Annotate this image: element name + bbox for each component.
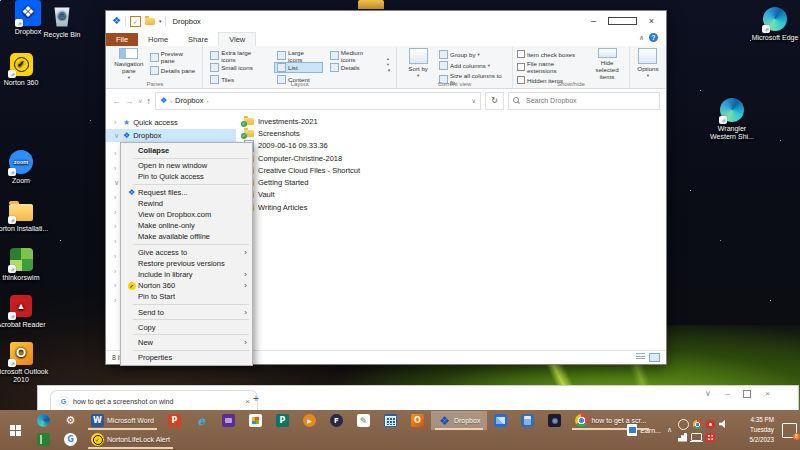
context-menu-item[interactable]: Make online-only — [121, 220, 252, 231]
recent-locations-icon[interactable]: ∨ — [138, 97, 142, 104]
taskbar-button[interactable] — [242, 411, 269, 430]
taskbar-button[interactable] — [404, 411, 431, 430]
tray-icon[interactable] — [719, 420, 728, 429]
taskbar-button[interactable] — [541, 411, 568, 430]
context-menu-item[interactable]: Include in library › — [121, 269, 252, 280]
breadcrumb-item[interactable]: Dropbox — [175, 96, 203, 105]
tree-expander-icon[interactable]: ∨ — [114, 179, 119, 194]
hide-selected-items-button[interactable]: Hide selected items — [589, 48, 625, 80]
nav-item-dropbox[interactable]: ∨ ❖ Dropbox — [106, 129, 236, 142]
taskbar-button[interactable] — [30, 430, 57, 449]
desktop-icon[interactable]: Microsoft Edge — [747, 6, 800, 42]
desktop-icon[interactable]: Norton Installati... — [0, 197, 49, 233]
browser-maximize-button[interactable] — [743, 390, 751, 398]
context-menu-item[interactable]: New › — [121, 337, 252, 348]
desktop-icon[interactable]: thinkorswim — [0, 246, 49, 282]
maximize-button[interactable] — [608, 11, 637, 31]
layout-option[interactable]: Details — [327, 62, 382, 73]
show-hide-checkbox[interactable]: File name extensions — [517, 60, 585, 74]
taskbar-clock[interactable]: 4:35 PM Tuesday 5/2/2023 — [734, 415, 774, 444]
tree-expander-icon[interactable]: › — [114, 150, 119, 165]
nav-item-quick-access[interactable]: › ★ Quick access — [106, 116, 236, 129]
file-item[interactable]: Screenshots — [244, 127, 666, 139]
taskbar-button[interactable] — [269, 411, 296, 430]
current-view-button[interactable]: Add columns ▾ — [439, 61, 508, 70]
taskbar-button[interactable]: Microsoft Word — [84, 411, 161, 430]
back-button[interactable]: ← — [112, 96, 121, 106]
minimize-button[interactable]: – — [579, 11, 608, 31]
taskbar-button[interactable]: how to get a scr... — [568, 411, 653, 430]
file-item[interactable]: Vault — [244, 189, 666, 201]
checkbox-icon[interactable] — [517, 63, 525, 71]
sort-by-button[interactable]: Sort by ▾ — [401, 48, 435, 80]
navigation-pane-button[interactable]: Navigation pane ▾ — [112, 48, 146, 80]
context-menu-item[interactable]: Collapse — [121, 145, 252, 156]
tray-icon[interactable] — [706, 433, 715, 442]
context-menu-item[interactable]: Properties — [121, 352, 252, 363]
layout-option[interactable]: Small icons — [207, 62, 270, 73]
options-button[interactable]: Options ▾ — [634, 48, 662, 80]
preview-pane-button[interactable]: Preview pane — [150, 50, 198, 64]
file-item[interactable]: Computer-Christine-2018 — [244, 152, 666, 164]
taskbar-button[interactable] — [30, 411, 57, 430]
taskbar-button[interactable] — [161, 411, 188, 430]
tree-expander-icon[interactable]: › — [114, 268, 119, 283]
layout-scroll-arrows[interactable]: ▴▾▼ — [386, 48, 392, 80]
taskbar-button[interactable] — [350, 411, 377, 430]
properties-qat-icon[interactable]: ✓ — [130, 16, 141, 27]
taskbar-button[interactable] — [514, 411, 541, 430]
context-menu-item[interactable]: Request files... — [121, 187, 252, 198]
taskbar-button[interactable] — [57, 430, 84, 449]
tree-expander-icon[interactable]: › — [114, 282, 119, 297]
thumbnail-view-toggle-icon[interactable] — [649, 353, 660, 362]
file-item[interactable]: Investments-2021 — [244, 115, 666, 127]
layout-option[interactable]: List — [274, 62, 323, 73]
browser-window[interactable]: G how to get a screenshot on wind × + ∨ … — [37, 385, 799, 411]
file-item[interactable]: Creative Cloud Files - Shortcut — [244, 164, 666, 176]
file-item[interactable]: Getting Started — [244, 176, 666, 188]
qat-dropdown-icon[interactable]: ▾ — [159, 18, 162, 24]
context-menu-item[interactable]: Copy — [121, 322, 252, 333]
context-menu-item[interactable]: Send to › — [121, 306, 252, 317]
browser-close-button[interactable]: × — [765, 389, 770, 398]
taskbar-button[interactable] — [57, 411, 84, 430]
breadcrumb[interactable]: ❖ › Dropbox › ∨ — [155, 92, 481, 110]
desktop-icon[interactable]: Zoom — [0, 149, 49, 185]
tray-icon[interactable] — [678, 419, 689, 430]
tree-expander-icon[interactable]: › — [114, 297, 119, 312]
tree-expander-icon[interactable]: › — [114, 253, 119, 268]
context-menu-item[interactable]: Restore previous versions — [121, 258, 252, 269]
taskbar-button[interactable]: Dropbox — [431, 411, 487, 430]
layout-option[interactable]: Extra large icons — [207, 50, 270, 61]
context-menu-item[interactable]: Open in new window — [121, 160, 252, 171]
tray-icon[interactable] — [693, 420, 702, 429]
tray-icon[interactable] — [678, 433, 687, 442]
ribbon-tab[interactable]: Share — [178, 33, 218, 46]
tree-expander-icon[interactable]: › — [114, 223, 119, 238]
desktop-icon[interactable]: Dropbox — [0, 0, 56, 36]
action-center-button[interactable]: 8 — [782, 423, 797, 438]
taskbar-button[interactable]: NortonLifeLock Alert — [84, 430, 177, 449]
browser-minimize-button[interactable]: – — [725, 389, 729, 398]
taskbar-button[interactable] — [323, 411, 350, 430]
address-dropdown-icon[interactable]: ∨ — [472, 97, 476, 104]
tree-expander-icon[interactable]: › — [114, 194, 119, 209]
details-view-toggle-icon[interactable] — [636, 353, 645, 360]
desktop-icon[interactable]: Microsoft Outlook 2010 — [0, 340, 49, 384]
up-button[interactable]: ↑ — [146, 96, 151, 106]
show-hidden-icons-chevron[interactable]: ∧ — [667, 426, 672, 434]
ribbon-tab[interactable]: Home — [138, 33, 178, 46]
help-icon[interactable]: ? — [649, 33, 658, 42]
tray-icon[interactable] — [691, 433, 702, 441]
search-input[interactable] — [524, 96, 655, 105]
desktop-icon[interactable]: Wrangler Western Shi... — [704, 97, 760, 141]
context-menu-item[interactable]: Give access to › — [121, 247, 252, 258]
tree-expander-icon[interactable]: › — [114, 209, 119, 224]
new-folder-qat-icon[interactable] — [145, 18, 155, 25]
details-pane-button[interactable]: Details pane — [150, 66, 198, 75]
expand-chevron-icon[interactable]: › — [114, 119, 120, 126]
tree-expander-icon[interactable]: › — [114, 165, 119, 180]
current-view-button[interactable]: Group by ▾ — [439, 50, 508, 59]
taskbar-button[interactable] — [188, 411, 215, 430]
layout-option[interactable]: Medium icons — [327, 50, 382, 61]
